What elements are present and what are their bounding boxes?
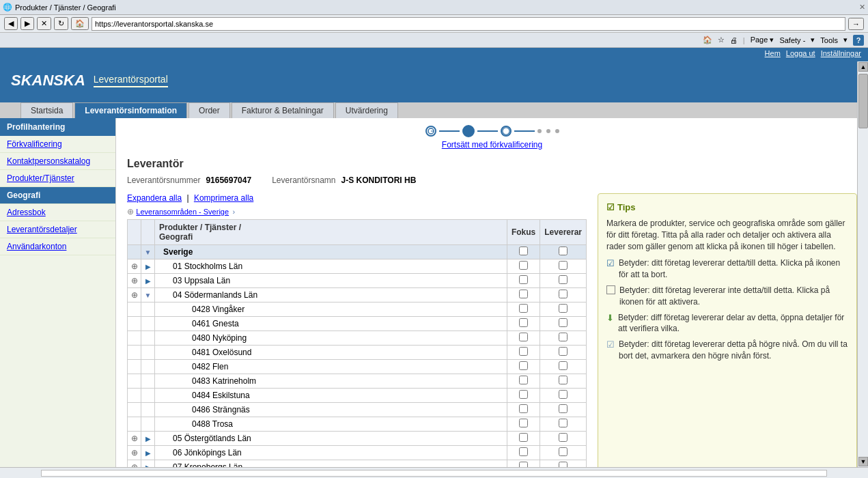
focus-checkbox[interactable] bbox=[507, 417, 540, 432]
expand-all-link[interactable]: Expandera alla bbox=[127, 193, 182, 203]
scroll-thumb[interactable] bbox=[858, 74, 868, 128]
refresh-button[interactable]: ↻ bbox=[54, 17, 68, 30]
expand-cell[interactable]: ▶ bbox=[141, 274, 155, 288]
lever-checkbox[interactable] bbox=[540, 331, 587, 346]
expand-cell[interactable]: ▶ bbox=[141, 446, 155, 460]
expand-icon[interactable]: ▶ bbox=[145, 449, 151, 457]
move-icon[interactable]: ⊕ bbox=[131, 262, 138, 271]
lever-checkbox[interactable] bbox=[540, 432, 587, 446]
lever-cb[interactable] bbox=[559, 347, 568, 356]
lever-checkbox[interactable] bbox=[540, 288, 587, 303]
tab-utvardering[interactable]: Utvärdering bbox=[335, 102, 398, 118]
focus-checkbox[interactable] bbox=[507, 389, 540, 403]
move-icon[interactable]: ⊕ bbox=[131, 276, 138, 285]
favorites-icon[interactable]: ☆ bbox=[718, 36, 725, 44]
focus-checkbox[interactable] bbox=[507, 288, 540, 303]
focus-cb[interactable] bbox=[519, 247, 528, 255]
lever-cb[interactable] bbox=[559, 247, 568, 255]
expand-icon[interactable]: ▶ bbox=[145, 263, 151, 270]
focus-checkbox[interactable] bbox=[507, 446, 540, 460]
logga-ut-link[interactable]: Logga ut bbox=[786, 49, 815, 57]
lever-cb[interactable] bbox=[559, 447, 568, 456]
focus-cb[interactable] bbox=[519, 404, 528, 413]
sidebar-item-geografi[interactable]: Geografi bbox=[0, 187, 115, 204]
lever-cb[interactable] bbox=[559, 261, 568, 270]
compress-all-link[interactable]: Komprimera alla bbox=[194, 193, 253, 203]
focus-cb[interactable] bbox=[519, 333, 528, 341]
lever-checkbox[interactable] bbox=[540, 259, 587, 274]
hem-link[interactable]: Hem bbox=[765, 49, 781, 57]
lever-checkbox[interactable] bbox=[540, 374, 587, 389]
tab-startsida[interactable]: Startsida bbox=[20, 102, 73, 118]
focus-checkbox[interactable] bbox=[507, 259, 540, 274]
stop-button[interactable]: ✕ bbox=[37, 17, 51, 30]
page-menu[interactable]: Page ▾ bbox=[751, 36, 774, 44]
sidebar-item-produkter[interactable]: Produkter/Tjänster bbox=[0, 170, 115, 187]
lever-checkbox[interactable] bbox=[540, 274, 587, 288]
focus-cb[interactable] bbox=[519, 419, 528, 427]
focus-checkbox[interactable] bbox=[507, 274, 540, 288]
focus-cb[interactable] bbox=[519, 304, 528, 313]
focus-checkbox[interactable] bbox=[507, 403, 540, 417]
move-icon[interactable]: ⊕ bbox=[131, 290, 138, 300]
sidebar-item-anvandarkonton[interactable]: Användarkonton bbox=[0, 238, 115, 255]
bottom-scrollbar[interactable] bbox=[0, 467, 868, 478]
lever-cb[interactable] bbox=[559, 290, 568, 298]
print-icon[interactable]: 🖨 bbox=[730, 36, 738, 44]
lever-checkbox[interactable] bbox=[540, 245, 587, 259]
home-link[interactable]: 🏠 bbox=[703, 36, 712, 44]
focus-cb[interactable] bbox=[519, 361, 528, 370]
focus-cb[interactable] bbox=[519, 275, 528, 284]
lever-checkbox[interactable] bbox=[540, 446, 587, 460]
expand-icon[interactable]: ▶ bbox=[145, 435, 151, 442]
focus-checkbox[interactable] bbox=[507, 331, 540, 346]
tools-menu[interactable]: Tools bbox=[820, 36, 838, 44]
geo-table-scroll[interactable]: Produkter / Tjänster / Geografi Fokus Le… bbox=[127, 219, 587, 478]
help-icon[interactable]: ? bbox=[853, 35, 864, 46]
tab-fakturor[interactable]: Fakturor & Betalningar bbox=[232, 102, 334, 118]
lever-checkbox[interactable] bbox=[540, 346, 587, 360]
lever-cb[interactable] bbox=[559, 304, 568, 313]
lever-checkbox[interactable] bbox=[540, 317, 587, 331]
lever-cb[interactable] bbox=[559, 333, 568, 341]
lever-checkbox[interactable] bbox=[540, 417, 587, 432]
lever-cb[interactable] bbox=[559, 404, 568, 413]
lever-checkbox[interactable] bbox=[540, 389, 587, 403]
progress-link[interactable]: Fortsätt med förkvalificering bbox=[442, 140, 542, 150]
focus-checkbox[interactable] bbox=[507, 346, 540, 360]
vertical-scrollbar[interactable]: ▲ ▼ bbox=[857, 61, 868, 467]
expand-cell[interactable]: ▶ bbox=[141, 432, 155, 446]
focus-checkbox[interactable] bbox=[507, 374, 540, 389]
lever-cb[interactable] bbox=[559, 361, 568, 370]
address-bar[interactable] bbox=[92, 17, 845, 31]
lever-cb[interactable] bbox=[559, 419, 568, 427]
lever-checkbox[interactable] bbox=[540, 403, 587, 417]
back-button[interactable]: ◀ bbox=[4, 17, 18, 30]
scroll-down-button[interactable]: ▼ bbox=[858, 457, 868, 466]
move-cell[interactable]: ⊕ bbox=[128, 288, 141, 303]
safety-arrow[interactable]: ▾ bbox=[811, 36, 815, 44]
focus-cb[interactable] bbox=[519, 376, 528, 384]
focus-checkbox[interactable] bbox=[507, 317, 540, 331]
focus-cb[interactable] bbox=[519, 347, 528, 356]
lever-cb[interactable] bbox=[559, 318, 568, 327]
home-button[interactable]: 🏠 bbox=[71, 17, 89, 30]
safety-menu[interactable]: Safety - bbox=[779, 36, 805, 44]
tab-close-icon[interactable]: ✕ bbox=[859, 3, 865, 12]
tab-leverantorsinformation[interactable]: Leverantörsinformation bbox=[74, 102, 187, 118]
focus-checkbox[interactable] bbox=[507, 432, 540, 446]
focus-cb[interactable] bbox=[519, 318, 528, 327]
tools-arrow[interactable]: ▾ bbox=[843, 36, 848, 44]
focus-cb[interactable] bbox=[519, 261, 528, 270]
focus-checkbox[interactable] bbox=[507, 360, 540, 374]
expand-icon[interactable]: ▶ bbox=[145, 277, 151, 285]
forward-button[interactable]: ▶ bbox=[20, 17, 34, 30]
expand-cell[interactable]: ▶ bbox=[141, 259, 155, 274]
expand-cell[interactable]: ▼ bbox=[141, 288, 155, 303]
lever-cb[interactable] bbox=[559, 376, 568, 384]
move-cell[interactable]: ⊕ bbox=[128, 432, 141, 446]
expand-cell[interactable]: ▼ bbox=[141, 245, 155, 259]
lever-checkbox[interactable] bbox=[540, 360, 587, 374]
focus-checkbox[interactable] bbox=[507, 245, 540, 259]
lever-cb[interactable] bbox=[559, 390, 568, 399]
